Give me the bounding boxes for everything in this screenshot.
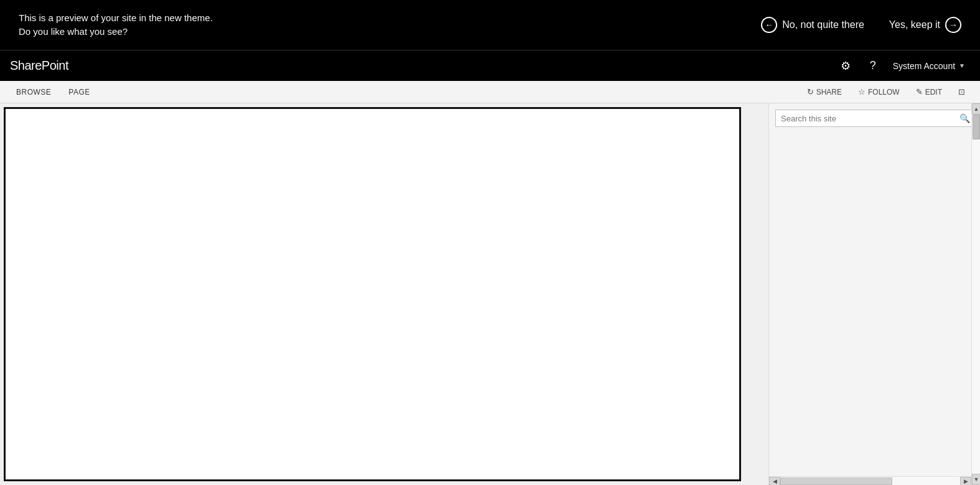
pencil-icon: ✎ <box>916 87 923 97</box>
settings-icon: ⚙ <box>841 59 851 73</box>
preview-banner: This is a preview of your site in the ne… <box>0 0 980 50</box>
ribbon-actions: ↻ SHARE ☆ FOLLOW ✎ EDIT ⊡ <box>803 85 973 99</box>
search-input[interactable] <box>776 114 956 123</box>
search-icon: 🔍 <box>959 113 970 123</box>
app-wrapper: This is a preview of your site in the ne… <box>0 0 980 485</box>
scroll-track <box>972 115 980 474</box>
top-nav: SharePoint ⚙ ? System Account ▼ <box>0 50 980 81</box>
vertical-scrollbar: ▲ ▼ <box>971 103 980 485</box>
main-area: 🔍 ▲ ▼ ◀ ▶ <box>0 103 980 485</box>
expand-button[interactable]: ⊡ <box>954 85 969 99</box>
scroll-thumb[interactable] <box>973 115 980 139</box>
help-button[interactable]: ? <box>861 54 885 78</box>
content-area <box>0 103 768 485</box>
scroll-left-arrow[interactable]: ◀ <box>769 477 780 486</box>
scroll-right-arrow[interactable]: ▶ <box>960 477 971 486</box>
edit-button[interactable]: ✎ EDIT <box>912 85 946 99</box>
share-icon: ↻ <box>807 87 814 97</box>
follow-button[interactable]: ☆ FOLLOW <box>854 85 903 99</box>
user-menu[interactable]: System Account ▼ <box>888 54 970 78</box>
star-icon: ☆ <box>858 87 866 97</box>
expand-icon: ⊡ <box>958 87 965 97</box>
horizontal-scrollbar: ◀ ▶ <box>769 476 971 485</box>
sp-logo: SharePoint <box>10 59 826 73</box>
help-icon: ? <box>870 59 876 72</box>
right-arrow-icon: → <box>945 17 961 33</box>
share-button[interactable]: ↻ SHARE <box>803 85 846 99</box>
chevron-down-icon: ▼ <box>959 62 965 69</box>
user-name: System Account <box>893 61 955 71</box>
scroll-up-arrow[interactable]: ▲ <box>972 103 980 115</box>
topnav-icons: ⚙ ? System Account ▼ <box>833 54 970 78</box>
hscroll-thumb[interactable] <box>780 478 892 485</box>
left-arrow-icon: ← <box>761 17 777 33</box>
search-container: 🔍 <box>775 110 974 127</box>
banner-actions: ← No, not quite there Yes, keep it → <box>761 17 961 33</box>
no-button[interactable]: ← No, not quite there <box>761 17 864 33</box>
yes-button[interactable]: Yes, keep it → <box>889 17 961 33</box>
page-preview <box>4 107 741 481</box>
hscroll-track <box>780 477 960 486</box>
preview-text: This is a preview of your site in the ne… <box>19 11 213 39</box>
settings-button[interactable]: ⚙ <box>833 54 858 78</box>
tab-page[interactable]: PAGE <box>60 81 98 103</box>
ribbon-bar: BROWSE PAGE ↻ SHARE ☆ FOLLOW ✎ EDIT ⊡ <box>0 81 980 103</box>
search-button[interactable]: 🔍 <box>956 110 973 127</box>
right-panel: 🔍 ▲ ▼ ◀ ▶ <box>768 103 980 485</box>
scroll-down-arrow[interactable]: ▼ <box>972 474 980 485</box>
tab-browse[interactable]: BROWSE <box>7 81 60 103</box>
